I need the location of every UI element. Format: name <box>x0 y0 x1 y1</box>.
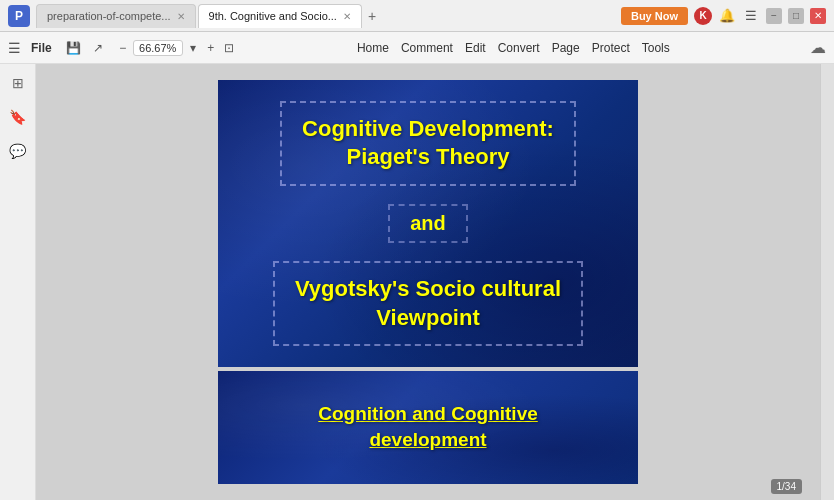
minimize-button[interactable]: − <box>766 8 782 24</box>
nav-protect[interactable]: Protect <box>592 41 630 55</box>
sidebar-thumbnail-icon[interactable]: ⊞ <box>7 72 29 94</box>
zoom-dropdown-button[interactable]: ▾ <box>185 40 201 56</box>
app-icon: P <box>8 5 30 27</box>
zoom-value: 66.67% <box>133 40 183 56</box>
sidebar-bookmark-icon[interactable]: 🔖 <box>7 106 29 128</box>
slide-1-and: and <box>388 204 468 243</box>
right-scrollbar[interactable] <box>820 64 834 500</box>
toolbar-left: ☰ File 💾 ↗ − 66.67% ▾ + ⊡ <box>8 39 237 57</box>
slide-1-subtitle: Vygotsky's Socio cultural Viewpoint <box>295 275 561 332</box>
nav-menu: Home Comment Edit Convert Page Protect T… <box>357 41 670 55</box>
nav-page[interactable]: Page <box>552 41 580 55</box>
tab-2[interactable]: 9th. Cognitive and Socio... ✕ <box>198 4 362 28</box>
tab-2-label: 9th. Cognitive and Socio... <box>209 10 337 22</box>
title-bar: P preparation-of-compete... ✕ 9th. Cogni… <box>0 0 834 32</box>
save-icon[interactable]: 💾 <box>62 39 85 57</box>
nav-tools[interactable]: Tools <box>642 41 670 55</box>
buy-now-button[interactable]: Buy Now <box>621 7 688 25</box>
tab-1-label: preparation-of-compete... <box>47 10 171 22</box>
tab-bar: preparation-of-compete... ✕ 9th. Cogniti… <box>36 4 615 28</box>
tab-1[interactable]: preparation-of-compete... ✕ <box>36 4 196 28</box>
close-button[interactable]: ✕ <box>810 8 826 24</box>
cloud-sync-icon[interactable]: ☁ <box>810 38 826 57</box>
tab-1-close[interactable]: ✕ <box>177 11 185 22</box>
toolbar-right: ☁ <box>810 38 826 57</box>
new-tab-button[interactable]: + <box>364 8 380 24</box>
fit-page-button[interactable]: ⊡ <box>221 40 237 56</box>
slide-1: Cognitive Development: Piaget's Theory a… <box>218 80 638 367</box>
nav-comment[interactable]: Comment <box>401 41 453 55</box>
share-icon[interactable]: ↗ <box>89 39 107 57</box>
file-menu[interactable]: File <box>25 39 58 57</box>
zoom-in-button[interactable]: + <box>203 40 219 56</box>
slide-1-title-box: Cognitive Development: Piaget's Theory <box>280 101 576 186</box>
user-avatar[interactable]: K <box>694 7 712 25</box>
nav-home[interactable]: Home <box>357 41 389 55</box>
toolbar: ☰ File 💾 ↗ − 66.67% ▾ + ⊡ Home Comment E… <box>0 32 834 64</box>
nav-convert[interactable]: Convert <box>498 41 540 55</box>
hamburger-icon[interactable]: ☰ <box>742 7 760 25</box>
slide-2-text: Cognition and Cognitive development <box>318 401 538 454</box>
content-area[interactable]: Cognitive Development: Piaget's Theory a… <box>36 64 820 500</box>
notification-icon[interactable]: 🔔 <box>718 7 736 25</box>
menu-icon[interactable]: ☰ <box>8 40 21 56</box>
main-area: ⊞ 🔖 💬 Cognitive Development: Piaget's Th… <box>0 64 834 500</box>
page-counter: 1/34 <box>771 479 802 494</box>
zoom-control: − 66.67% ▾ + ⊡ <box>115 40 237 56</box>
slide-2: Cognition and Cognitive development <box>218 371 638 484</box>
slide-1-subtitle-box: Vygotsky's Socio cultural Viewpoint <box>273 261 583 346</box>
sidebar-comment-icon[interactable]: 💬 <box>7 140 29 162</box>
zoom-out-button[interactable]: − <box>115 40 131 56</box>
slide-2-content: Cognition and Cognitive development <box>218 371 638 484</box>
slide-1-content: Cognitive Development: Piaget's Theory a… <box>218 80 638 367</box>
slide-1-title: Cognitive Development: Piaget's Theory <box>302 115 554 172</box>
tab-2-close[interactable]: ✕ <box>343 11 351 22</box>
title-bar-left: P preparation-of-compete... ✕ 9th. Cogni… <box>8 4 615 28</box>
maximize-button[interactable]: □ <box>788 8 804 24</box>
nav-edit[interactable]: Edit <box>465 41 486 55</box>
left-sidebar: ⊞ 🔖 💬 <box>0 64 36 500</box>
